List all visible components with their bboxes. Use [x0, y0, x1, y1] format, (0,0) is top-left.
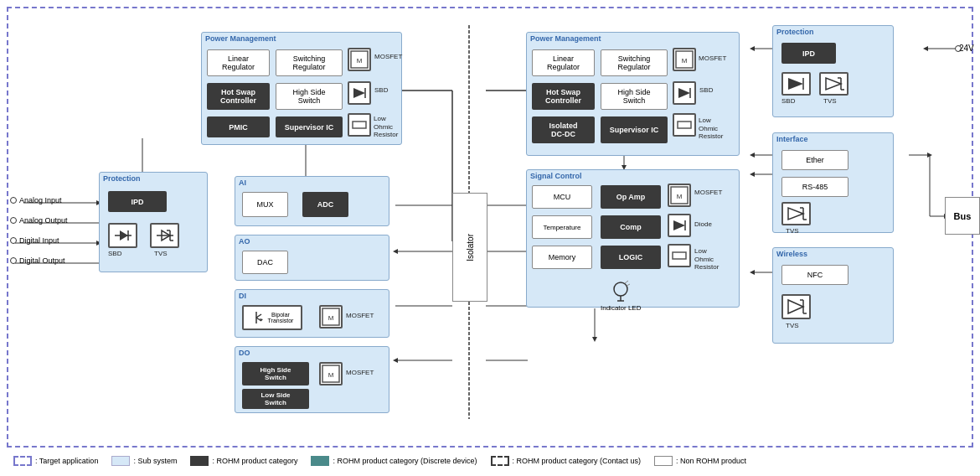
legend-non-rohm-label: : Non ROHM product	[676, 457, 746, 465]
svg-marker-57	[673, 220, 685, 230]
signal-control-label: Signal Control	[527, 170, 739, 182]
ai-label: AI	[235, 177, 389, 189]
svg-line-64	[627, 284, 630, 286]
legend-contact-label: : ROHM product category (Contact us)	[513, 457, 642, 465]
interface-label: Interface	[773, 133, 893, 145]
adc-box: ADC	[302, 192, 348, 217]
svg-marker-52	[678, 88, 690, 98]
legend-dashed-icon	[13, 456, 32, 466]
analog-input-label: Analog Input	[10, 196, 62, 204]
legend-discrete-label: : ROHM product category (Discrete device…	[333, 457, 477, 465]
sc-lowohm-sym	[668, 244, 691, 267]
left-supervisor: Supervisor IC	[276, 116, 343, 137]
do-high-side: High SideSwitch	[242, 362, 309, 385]
ether-box: Ether	[781, 150, 848, 170]
right-pm-mosfet-sym: M	[673, 48, 696, 71]
wireless-tvs-label: TVS	[786, 322, 799, 329]
right-ipd-box: IPD	[781, 43, 836, 64]
bipolar-box: BipolarTransistor	[242, 305, 302, 330]
right-switch-reg: SwitchingRegulator	[601, 49, 668, 76]
right-pm-sbd-label: SBD	[699, 86, 713, 94]
memory-box: Memory	[532, 246, 592, 269]
left-sbd-sym	[108, 223, 137, 248]
left-pm-label: Power Management	[202, 33, 401, 44]
legend-target-label: : Target application	[35, 457, 98, 465]
legend-light-icon	[111, 456, 130, 466]
svg-marker-71	[788, 208, 803, 220]
svg-marker-75	[788, 300, 803, 313]
svg-marker-67	[826, 78, 841, 90]
right-pm-subsystem: Power Management LinearRegulator Switchi…	[526, 32, 740, 156]
svg-line-42	[256, 314, 261, 318]
sc-mosfet-label: MOSFET	[694, 189, 722, 196]
interface-tvs-sym	[781, 202, 811, 225]
temperature-box: Temperature	[532, 215, 592, 239]
left-linear-reg: LinearRegulator	[207, 49, 270, 76]
rs485-box: RS-485	[781, 177, 848, 197]
sc-mosfet-sym: M	[668, 184, 691, 207]
digital-input-label: Digital Input	[10, 236, 59, 245]
right-protection-label: Protection	[773, 26, 893, 38]
left-pm-mosfet-sym: M	[348, 48, 371, 71]
legend-rohm-contact: : ROHM product category (Contact us)	[491, 456, 642, 466]
digital-output-label: Digital Output	[10, 256, 65, 265]
di-subsystem: DI BipolarTransistor M MOSFET	[235, 289, 389, 338]
left-pm-subsystem: Power Management LinearRegulator Switchi…	[201, 32, 402, 145]
ai-subsystem: AI MUX ADC	[235, 176, 389, 226]
legend-rohm-label: : ROHM product category	[212, 457, 297, 465]
signal-control-subsystem: Signal Control MCU Temperature Memory Op…	[526, 169, 740, 308]
right-protection-subsystem: Protection IPD SBD TVS	[772, 25, 894, 117]
di-mosfet-sym: M	[319, 305, 343, 329]
left-protection-subsystem: Protection IPD SBD	[99, 172, 208, 272]
left-sbd-label: SBD	[108, 250, 121, 257]
legend-rohm-cat: : ROHM product category	[190, 456, 297, 466]
isolator-box: Isolator	[452, 193, 487, 302]
right-isolated-dcdc: IsolatedDC-DC	[532, 116, 595, 143]
legend-subsystem-label: : Sub system	[133, 457, 177, 465]
opamp-box: Op Amp	[601, 185, 661, 209]
left-ipd-box: IPD	[108, 191, 167, 212]
left-pm-lowohm-sym	[348, 113, 371, 137]
svg-text:M: M	[328, 371, 334, 379]
right-linear-reg: LinearRegulator	[532, 49, 595, 76]
do-label: DO	[235, 347, 389, 359]
do-mosfet-label: MOSFET	[346, 369, 374, 376]
left-pm-sbd-sym	[348, 81, 371, 105]
legend-dark-icon	[190, 456, 209, 466]
do-subsystem: DO High SideSwitch M MOSFET Low SideSwit…	[235, 346, 389, 413]
svg-marker-39	[353, 88, 365, 98]
svg-rect-59	[673, 252, 686, 259]
svg-text:M: M	[677, 193, 683, 200]
di-label: DI	[235, 290, 389, 302]
right-pm-lowohm-sym	[673, 113, 696, 137]
sc-lowohm-label: LowOhmicResistor	[694, 247, 719, 272]
analog-output-label: Analog Output	[10, 216, 68, 225]
logic-box: LOGIC	[601, 246, 661, 269]
nfc-box: NFC	[781, 265, 848, 285]
v24-circle	[955, 45, 962, 52]
svg-text:M: M	[357, 57, 363, 65]
legend-rohm-discrete: : ROHM product category (Discrete device…	[311, 456, 477, 466]
interface-subsystem: Interface Ether RS-485 TVS	[772, 132, 894, 233]
svg-marker-65	[788, 78, 803, 90]
dac-box: DAC	[242, 251, 288, 274]
wireless-tvs-sym	[781, 294, 811, 319]
legend-dashed-inner-icon	[491, 456, 509, 466]
indicator-led: Indicator LED	[601, 279, 641, 313]
svg-text:M: M	[328, 314, 334, 322]
left-tvs-sym	[150, 223, 179, 248]
right-sbd-sym	[781, 72, 811, 96]
svg-marker-30	[120, 230, 128, 241]
isolator-label: Isolator	[466, 234, 475, 261]
left-pm-mosfet-label: MOSFET	[374, 53, 402, 60]
legend-white-icon	[654, 456, 673, 466]
diagram-area: Analog Input Analog Output Digital Input…	[7, 7, 973, 448]
main-container: Analog Input Analog Output Digital Input…	[0, 0, 980, 476]
legend-subsystem: : Sub system	[111, 456, 177, 466]
svg-rect-54	[678, 122, 691, 128]
wireless-subsystem: Wireless NFC TVS	[772, 247, 894, 344]
mux-box: MUX	[242, 192, 288, 217]
left-high-side: High SideSwitch	[276, 83, 343, 110]
left-pm-sbd-label: SBD	[374, 86, 388, 94]
ao-label: AO	[235, 235, 389, 247]
